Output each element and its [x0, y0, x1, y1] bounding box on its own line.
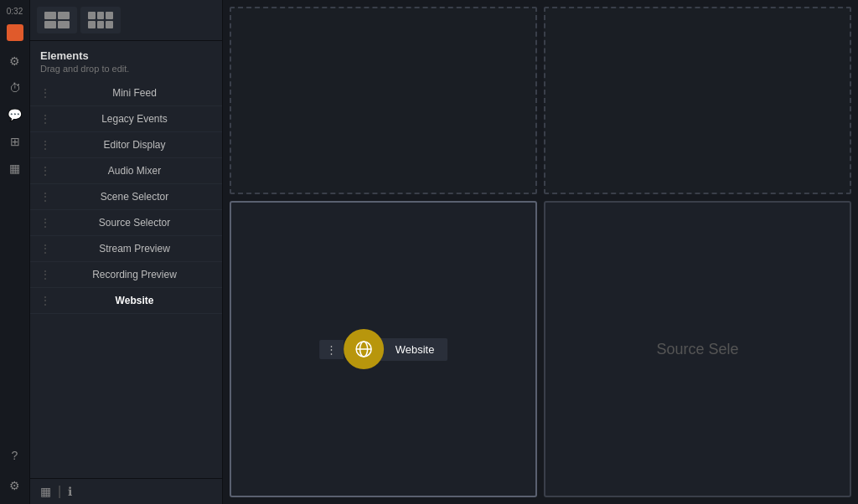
- drag-handle[interactable]: ⋮: [40, 269, 50, 280]
- drag-handle[interactable]: ⋮: [40, 165, 50, 177]
- widget-icon: [344, 329, 384, 369]
- element-label: Source Selector: [57, 217, 212, 229]
- help-icon[interactable]: ?: [3, 444, 27, 467]
- top-right-preview: [544, 7, 851, 194]
- source-selector-label: Source Sele: [656, 341, 738, 358]
- layout-btn-1[interactable]: [37, 7, 77, 33]
- panel-bottom: ▦ | ℹ: [30, 478, 222, 504]
- panel-header: Elements Drag and drop to edit.: [30, 41, 222, 77]
- panel-subtitle: Drag and drop to edit.: [40, 64, 212, 74]
- drag-handle[interactable]: ⋮: [40, 243, 50, 255]
- main-panel: Elements Drag and drop to edit. ⋮ Mini F…: [30, 0, 858, 504]
- gear-icon[interactable]: ⚙: [3, 474, 27, 497]
- chat-icon[interactable]: 💬: [3, 103, 27, 126]
- settings-icon[interactable]: ⚙: [3, 49, 27, 73]
- grid-icon[interactable]: ⊞: [3, 130, 27, 153]
- list-item[interactable]: ⋮ Scene Selector: [30, 184, 222, 210]
- element-label: Legacy Events: [57, 113, 212, 125]
- list-item[interactable]: ⋮ Recording Preview: [30, 262, 222, 288]
- bottom-widgets-area: ⋮ Website Source Sele: [223, 201, 858, 504]
- panel-top-bar: [30, 0, 222, 41]
- drag-handle[interactable]: ⋮: [40, 139, 50, 151]
- list-item[interactable]: ⋮ Stream Preview: [30, 236, 222, 262]
- element-label: Audio Mixer: [57, 165, 212, 177]
- clock-icon[interactable]: ⏱: [3, 76, 27, 100]
- element-label: Stream Preview: [57, 243, 212, 255]
- globe-icon: [354, 340, 373, 358]
- drag-handle[interactable]: ⋮: [40, 87, 50, 99]
- website-widget[interactable]: ⋮ Website: [230, 201, 537, 497]
- time-display: 0:32: [7, 7, 23, 16]
- content-area: ⋮ Website Source Sele: [223, 0, 858, 504]
- list-item-website[interactable]: ⋮ Website: [30, 288, 222, 314]
- list-item[interactable]: ⋮ Audio Mixer: [30, 158, 222, 184]
- source-selector-widget[interactable]: Source Sele: [544, 201, 851, 497]
- left-sidebar: 0:32 ⚙ ⏱ 💬 ⊞ ▦ ? ⚙: [0, 0, 30, 504]
- drag-handle[interactable]: ⋮: [40, 191, 50, 203]
- top-left-preview: [230, 7, 537, 194]
- panel-title: Elements: [40, 49, 212, 62]
- drag-handle[interactable]: ⋮: [40, 113, 50, 125]
- drag-handle[interactable]: ⋮: [40, 295, 50, 306]
- element-label: Scene Selector: [57, 191, 212, 203]
- widget-label-bar: ⋮ Website: [319, 329, 448, 369]
- element-label: Editor Display: [57, 139, 212, 151]
- record-button[interactable]: [7, 24, 23, 41]
- elements-list: ⋮ Mini Feed ⋮ Legacy Events ⋮ Editor Dis…: [30, 77, 222, 478]
- info-icon[interactable]: ℹ: [68, 485, 72, 498]
- stats-icon[interactable]: ▦: [3, 157, 27, 180]
- element-label-website: Website: [57, 295, 212, 306]
- stats-bottom-icon[interactable]: ▦: [40, 485, 51, 498]
- list-item[interactable]: ⋮ Source Selector: [30, 210, 222, 236]
- widget-menu-button[interactable]: ⋮: [319, 340, 344, 359]
- layout-btn-2[interactable]: [80, 7, 121, 33]
- drag-handle[interactable]: ⋮: [40, 217, 50, 229]
- list-item[interactable]: ⋮ Mini Feed: [30, 80, 222, 106]
- list-item[interactable]: ⋮ Editor Display: [30, 132, 222, 158]
- list-item[interactable]: ⋮ Legacy Events: [30, 106, 222, 132]
- top-preview-area: [223, 0, 858, 201]
- element-label: Recording Preview: [57, 269, 212, 280]
- element-label: Mini Feed: [57, 87, 212, 99]
- elements-panel: Elements Drag and drop to edit. ⋮ Mini F…: [30, 0, 223, 504]
